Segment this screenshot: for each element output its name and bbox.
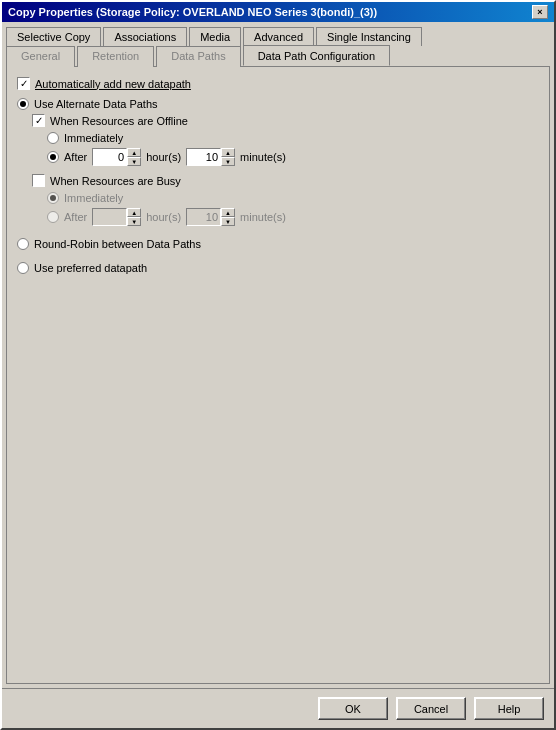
immediately-2-label: Immediately: [64, 192, 123, 204]
minutes-2-spin: ▲ ▼: [186, 208, 235, 226]
when-offline-checkbox[interactable]: [32, 114, 45, 127]
tab-data-path-configuration[interactable]: Data Path Configuration: [243, 45, 390, 66]
close-button[interactable]: ×: [532, 5, 548, 19]
minutes-1-spin: ▲ ▼: [186, 148, 235, 166]
immediately-1-row: Immediately: [47, 132, 539, 144]
when-offline-row: When Resources are Offline: [32, 114, 539, 127]
content-area: Automatically add new datapath Use Alter…: [6, 66, 550, 684]
use-alternate-section: Use Alternate Data Paths When Resources …: [17, 98, 539, 230]
hours-2-spin: ▲ ▼: [92, 208, 141, 226]
use-alternate-row: Use Alternate Data Paths: [17, 98, 539, 110]
minutes-1-down-btn[interactable]: ▼: [221, 157, 235, 166]
round-robin-radio[interactable]: [17, 238, 29, 250]
immediately-2-row: Immediately: [47, 192, 539, 204]
after-2-radio[interactable]: [47, 211, 59, 223]
tab-data-paths[interactable]: Data Paths: [156, 46, 240, 67]
hours-1-input[interactable]: [92, 148, 127, 166]
hours-2-spin-buttons: ▲ ▼: [127, 208, 141, 226]
tabs-row-1: Selective Copy Associations Media Advanc…: [2, 22, 554, 45]
hours-1-down-btn[interactable]: ▼: [127, 157, 141, 166]
ok-button[interactable]: OK: [318, 697, 388, 720]
help-button[interactable]: Help: [474, 697, 544, 720]
tab-retention[interactable]: Retention: [77, 46, 154, 67]
when-busy-label: When Resources are Busy: [50, 175, 181, 187]
minutes-1-spin-buttons: ▲ ▼: [221, 148, 235, 166]
hours-2-input[interactable]: [92, 208, 127, 226]
title-bar: Copy Properties (Storage Policy: OVERLAN…: [2, 2, 554, 22]
use-alternate-radio[interactable]: [17, 98, 29, 110]
window-title: Copy Properties (Storage Policy: OVERLAN…: [8, 6, 377, 18]
after-1-label: After: [64, 151, 87, 163]
round-robin-label: Round-Robin between Data Paths: [34, 238, 201, 250]
immediately-1-radio[interactable]: [47, 132, 59, 144]
after-1-row: After ▲ ▼ hour(s) ▲: [47, 148, 539, 166]
hours-2-down-btn[interactable]: ▼: [127, 217, 141, 226]
when-offline-label: When Resources are Offline: [50, 115, 188, 127]
tab-general[interactable]: General: [6, 46, 75, 67]
minutes-2-down-btn[interactable]: ▼: [221, 217, 235, 226]
hours-1-up-btn[interactable]: ▲: [127, 148, 141, 157]
title-bar-controls: ×: [532, 5, 548, 19]
tab-single-instancing[interactable]: Single Instancing: [316, 27, 422, 46]
minutes-2-label: minute(s): [240, 211, 286, 223]
tabs-row-2: General Retention Data Paths Data Path C…: [2, 45, 554, 66]
minutes-2-spin-buttons: ▲ ▼: [221, 208, 235, 226]
bottom-buttons: OK Cancel Help: [2, 688, 554, 728]
preferred-datapath-row: Use preferred datapath: [17, 262, 539, 274]
when-busy-row: When Resources are Busy: [32, 174, 539, 187]
after-2-label: After: [64, 211, 87, 223]
round-robin-row: Round-Robin between Data Paths: [17, 238, 539, 250]
auto-datapath-checkbox[interactable]: [17, 77, 30, 90]
tab-associations[interactable]: Associations: [103, 27, 187, 46]
minutes-1-input[interactable]: [186, 148, 221, 166]
immediately-2-radio[interactable]: [47, 192, 59, 204]
after-1-radio[interactable]: [47, 151, 59, 163]
hours-1-spin: ▲ ▼: [92, 148, 141, 166]
hours-1-spin-buttons: ▲ ▼: [127, 148, 141, 166]
when-busy-checkbox[interactable]: [32, 174, 45, 187]
preferred-datapath-label: Use preferred datapath: [34, 262, 147, 274]
cancel-button[interactable]: Cancel: [396, 697, 466, 720]
minutes-1-up-btn[interactable]: ▲: [221, 148, 235, 157]
hours-2-label: hour(s): [146, 211, 181, 223]
use-alternate-label: Use Alternate Data Paths: [34, 98, 158, 110]
auto-datapath-row: Automatically add new datapath: [17, 77, 539, 90]
tab-advanced[interactable]: Advanced: [243, 27, 314, 46]
hours-2-up-btn[interactable]: ▲: [127, 208, 141, 217]
tab-media[interactable]: Media: [189, 27, 241, 46]
auto-datapath-label: Automatically add new datapath: [35, 78, 191, 90]
tab-selective-copy[interactable]: Selective Copy: [6, 27, 101, 46]
minutes-2-input[interactable]: [186, 208, 221, 226]
after-2-row: After ▲ ▼ hour(s) ▲: [47, 208, 539, 226]
immediately-1-label: Immediately: [64, 132, 123, 144]
minutes-1-label: minute(s): [240, 151, 286, 163]
preferred-datapath-radio[interactable]: [17, 262, 29, 274]
hours-1-label: hour(s): [146, 151, 181, 163]
main-window: Copy Properties (Storage Policy: OVERLAN…: [0, 0, 556, 730]
minutes-2-up-btn[interactable]: ▲: [221, 208, 235, 217]
